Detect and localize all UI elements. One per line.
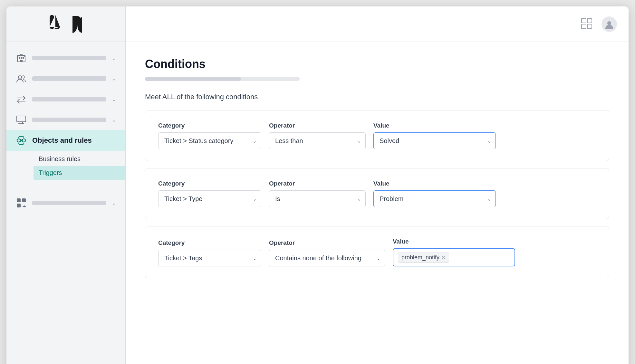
svg-rect-4: [20, 60, 23, 62]
main-content: Conditions Meet ALL of the following con…: [126, 6, 629, 364]
svg-rect-7: [17, 116, 26, 122]
condition-card-3: Category Ticket > Tags ⌄ Operator Co: [145, 226, 609, 278]
sidebar-item-triggers[interactable]: Triggers: [34, 166, 125, 180]
zendesk-logo: [43, 14, 66, 34]
sidebar-item-apps-label: [32, 201, 106, 205]
svg-rect-10: [17, 198, 21, 202]
value-select-wrapper-2: Problem ⌄: [373, 190, 496, 207]
svg-rect-2: [23, 57, 24, 59]
chevron-down-icon: ⌄: [111, 54, 116, 62]
svg-rect-14: [23, 206, 26, 207]
sidebar-item-monitor-label: [32, 118, 106, 122]
topbar: [126, 6, 629, 42]
category-select-1[interactable]: Ticket > Status category: [158, 132, 261, 149]
category-select-wrapper-1: Ticket > Status category ⌄: [158, 132, 261, 149]
sidebar-nav: ⌄ ⌄: [6, 42, 125, 364]
value-label-1: Value: [373, 122, 496, 129]
condition-row-2: Category Ticket > Type ⌄ Operator Is: [158, 180, 596, 207]
chevron-down-icon: ⌄: [111, 116, 116, 123]
operator-select-2[interactable]: Is: [269, 190, 366, 207]
value-group-1: Value Solved ⌄: [373, 122, 496, 149]
chevron-down-icon: ⌄: [111, 199, 116, 206]
condition-card-2: Category Ticket > Type ⌄ Operator Is: [145, 168, 609, 219]
category-select-2[interactable]: Ticket > Type: [158, 190, 261, 207]
operator-group-1: Operator Less than ⌄: [269, 122, 366, 149]
svg-rect-15: [582, 18, 586, 23]
operator-label-3: Operator: [269, 239, 385, 246]
value-select-2[interactable]: Problem: [373, 190, 496, 207]
value-select-1[interactable]: Solved: [373, 132, 496, 149]
sidebar: ⌄ ⌄: [6, 6, 126, 364]
sidebar-logo: [6, 6, 125, 42]
svg-point-19: [607, 21, 611, 25]
category-group-1: Category Ticket > Status category ⌄: [158, 122, 261, 149]
svg-rect-18: [587, 24, 592, 29]
svg-rect-17: [582, 24, 586, 29]
conditions-subtitle: Meet ALL of the following conditions: [145, 93, 609, 101]
sidebar-item-users-label: [32, 76, 106, 81]
zendesk-logo-icon: [66, 14, 89, 34]
svg-point-8: [17, 139, 20, 142]
user-avatar[interactable]: [601, 16, 617, 32]
svg-rect-11: [22, 198, 26, 202]
operator-select-wrapper-2: Is ⌄: [269, 190, 366, 207]
sidebar-item-transfers[interactable]: ⌄: [6, 89, 125, 110]
operator-group-2: Operator Is ⌄: [269, 180, 366, 207]
svg-rect-16: [587, 18, 592, 23]
tag-chip-label: problem_notify: [401, 254, 439, 261]
condition-card-1: Category Ticket > Status category ⌄ Oper…: [145, 110, 609, 161]
objects-icon: [15, 135, 27, 146]
category-select-wrapper-3: Ticket > Tags ⌄: [158, 250, 261, 266]
svg-point-5: [18, 76, 22, 79]
chevron-down-icon: ⌄: [111, 75, 116, 82]
progress-bar-fill: [145, 77, 241, 81]
category-select-3[interactable]: Ticket > Tags: [158, 250, 261, 266]
page-title: Conditions: [145, 57, 609, 71]
category-select-wrapper-2: Ticket > Type ⌄: [158, 190, 261, 207]
operator-label-2: Operator: [269, 180, 366, 187]
grid-icon[interactable]: [581, 18, 592, 31]
category-label-2: Category: [158, 180, 261, 187]
sidebar-item-monitor[interactable]: ⌄: [6, 110, 125, 130]
operator-select-wrapper-1: Less than ⌄: [269, 132, 366, 149]
operator-group-3: Operator Contains none of the following …: [269, 239, 385, 266]
condition-row-1: Category Ticket > Status category ⌄ Oper…: [158, 122, 596, 149]
svg-point-6: [22, 76, 24, 78]
sidebar-item-apps[interactable]: ⌄: [6, 193, 125, 213]
value-tags-input-3[interactable]: problem_notify ✕: [393, 248, 515, 266]
category-group-2: Category Ticket > Type ⌄: [158, 180, 261, 207]
tag-chip-problem-notify: problem_notify ✕: [398, 253, 449, 263]
condition-row-3: Category Ticket > Tags ⌄ Operator Co: [158, 238, 596, 266]
content-area: Conditions Meet ALL of the following con…: [126, 42, 629, 364]
tag-remove-icon[interactable]: ✕: [441, 254, 446, 261]
value-select-wrapper-1: Solved ⌄: [373, 132, 496, 149]
sidebar-item-business-rules[interactable]: Business rules: [34, 152, 125, 166]
value-group-3: Value problem_notify ✕: [393, 238, 515, 266]
svg-point-9: [22, 139, 25, 142]
sidebar-item-users[interactable]: ⌄: [6, 68, 125, 89]
svg-rect-12: [17, 204, 21, 207]
category-label-3: Category: [158, 239, 261, 246]
value-label-2: Value: [373, 180, 496, 187]
value-label-3: Value: [393, 238, 515, 245]
category-label-1: Category: [158, 122, 261, 129]
transfers-icon: [15, 93, 27, 105]
sidebar-item-objects-label: Objects and rules: [32, 136, 92, 145]
operator-select-1[interactable]: Less than: [269, 132, 366, 149]
buildings-icon: [15, 52, 27, 64]
sub-nav: Business rules Triggers: [6, 151, 125, 180]
sidebar-item-objects[interactable]: Objects and rules: [6, 130, 125, 151]
sidebar-item-buildings-label: [32, 56, 106, 60]
svg-rect-3: [21, 57, 22, 59]
chevron-down-icon: ⌄: [111, 96, 116, 103]
users-icon: [15, 73, 27, 84]
svg-rect-1: [19, 57, 20, 59]
operator-select-3[interactable]: Contains none of the following: [269, 250, 385, 266]
progress-bar: [145, 77, 300, 81]
sidebar-item-buildings[interactable]: ⌄: [6, 48, 125, 68]
value-group-2: Value Problem ⌄: [373, 180, 496, 207]
sidebar-item-transfers-label: [32, 97, 106, 101]
operator-label-1: Operator: [269, 122, 366, 129]
category-group-3: Category Ticket > Tags ⌄: [158, 239, 261, 266]
monitor-icon: [15, 114, 27, 126]
